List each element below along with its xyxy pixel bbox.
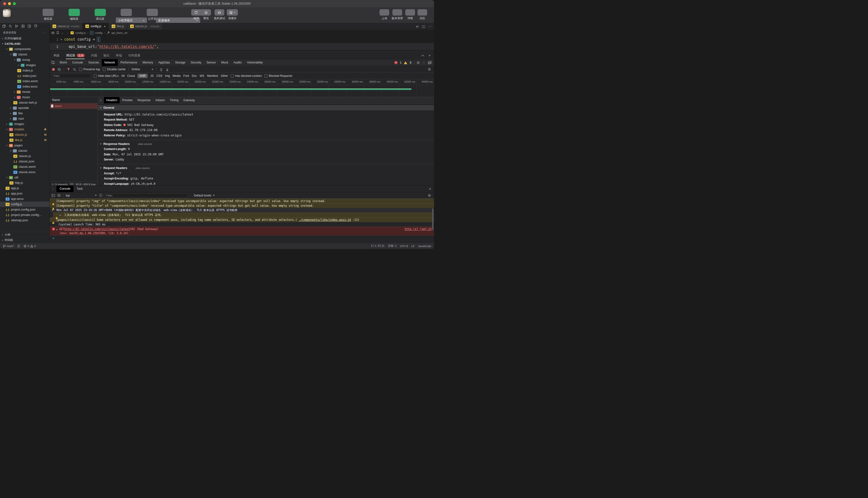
message-link[interactable]: ./components/like/index.wxss:14	[299, 218, 351, 222]
breadcrumb-symbol[interactable]: config	[95, 31, 103, 34]
kebab-menu-icon[interactable]: ⋮	[50, 187, 56, 191]
devtools-tab[interactable]: Performance	[118, 59, 140, 66]
devtools-tab[interactable]: Sensor	[204, 59, 219, 66]
editor-tab[interactable]: JS classic.js .../classic ×	[127, 23, 163, 30]
tree-item[interactable]: index.wxml	[0, 79, 49, 84]
toolbar-view-button[interactable]: 调试器	[87, 9, 113, 21]
tree-item[interactable]: classic	[0, 52, 49, 57]
import-har-icon[interactable]	[159, 68, 163, 71]
split-editor-icon[interactable]: ◫	[422, 25, 425, 28]
tree-item[interactable]: sitemap.json	[0, 218, 49, 223]
message-source-link[interactable]: http.js? [sm]:13	[400, 227, 431, 231]
close-panel-icon[interactable]: ×	[429, 53, 431, 57]
response-headers-section-header[interactable]: ▼ Response Headers view source	[98, 140, 434, 147]
dock-side-icon[interactable]	[428, 61, 431, 64]
record-network-icon[interactable]	[52, 68, 55, 71]
clear-network-icon[interactable]	[58, 68, 61, 71]
preserve-log-checkbox[interactable]: Preserve log	[79, 68, 100, 71]
devtools-tab[interactable]: Audits	[231, 59, 244, 66]
request-headers-section-header[interactable]: ▼ Request Headers view source	[98, 164, 434, 171]
toolbar-project-button[interactable]: 消息	[417, 9, 427, 20]
inspect-element-icon[interactable]	[50, 61, 57, 64]
tree-item[interactable]: http.js	[0, 180, 49, 185]
request-type-chip[interactable]: JS	[150, 74, 154, 78]
more-actions-icon[interactable]: ···	[42, 31, 47, 35]
blocked-requests-checkbox[interactable]: Blocked Requests	[264, 74, 293, 78]
tree-item[interactable]: app.json	[0, 191, 49, 196]
project-root[interactable]: CATBLAND	[0, 41, 49, 47]
settings-gear-icon[interactable]	[416, 61, 420, 64]
console-tab[interactable]: Task	[74, 185, 86, 192]
toolbar-view-button[interactable]: 编辑器	[61, 9, 87, 21]
tree-item[interactable]: models	[0, 127, 49, 132]
context-select[interactable]: top▼	[66, 194, 97, 197]
tree-item[interactable]: project.config.json	[0, 207, 49, 212]
request-type-chip[interactable]: Img	[165, 74, 170, 78]
status-bar-item[interactable]: 行 2, 列 21	[371, 244, 385, 248]
preview-button[interactable]: ◎	[201, 9, 211, 16]
name-column-header[interactable]: Name	[50, 97, 98, 103]
tree-item[interactable]: app.wxss	[0, 196, 49, 201]
expand-caret-icon[interactable]	[52, 209, 53, 212]
tree-item[interactable]: movie	[0, 89, 49, 95]
view-source-link[interactable]: view source	[138, 143, 152, 145]
toolbar-project-button[interactable]: 版本管理	[392, 9, 403, 20]
request-type-chip[interactable]: Manifest	[207, 74, 218, 78]
tree-item[interactable]: index.js	[0, 68, 49, 73]
view-source-link[interactable]: view source	[135, 167, 150, 170]
console-sidebar-icon[interactable]	[52, 194, 55, 197]
panel-tab[interactable]: 问题	[91, 52, 97, 59]
device-debug-button[interactable]: 真机调试	[214, 9, 225, 20]
live-expression-eye-icon[interactable]	[99, 194, 102, 197]
details-tab[interactable]: Initiator	[153, 97, 167, 103]
user-avatar[interactable]	[3, 9, 11, 17]
breadcrumb-file[interactable]: config.js	[75, 31, 86, 34]
tree-item[interactable]: components	[0, 47, 49, 52]
panel-tab[interactable]: 代码质量	[128, 52, 140, 59]
outline-section[interactable]: 大纲	[0, 232, 49, 237]
network-filter-input[interactable]	[52, 74, 91, 78]
export-har-icon[interactable]	[166, 68, 169, 71]
warning-count-icon[interactable]	[404, 61, 407, 64]
tree-item[interactable]: essay	[0, 57, 49, 63]
sync-icon[interactable]	[17, 245, 20, 248]
timeline-section[interactable]: 时间线	[0, 237, 49, 243]
toolbar-project-button[interactable]: 上传	[379, 9, 389, 20]
error-count-icon[interactable]: ×	[394, 61, 398, 64]
compile-button[interactable]	[191, 9, 201, 16]
request-row[interactable]: latest	[50, 103, 98, 109]
board-icon[interactable]	[22, 25, 25, 28]
devtools-tab[interactable]: Wxml	[57, 59, 69, 66]
tree-item[interactable]: images	[0, 63, 49, 68]
tree-item[interactable]: epsoide	[0, 105, 49, 110]
devtools-tab[interactable]: Security	[188, 59, 204, 66]
tree-item[interactable]: index.wxss	[0, 84, 49, 89]
git-branch-indicator[interactable]: main*	[3, 245, 14, 248]
tree-item[interactable]: classic.js M	[0, 132, 49, 137]
tree-item[interactable]: classic.wxss	[0, 170, 49, 175]
close-details-icon[interactable]: ×	[98, 99, 104, 102]
console-tab[interactable]: Console	[56, 185, 74, 192]
request-type-chip[interactable]: CSS	[156, 74, 163, 78]
panel-tab[interactable]: 终端	[116, 52, 122, 59]
tree-item[interactable]: index.json	[0, 73, 49, 79]
hide-data-urls-checkbox[interactable]: Hide data URLs	[94, 74, 119, 78]
tree-item[interactable]: classic.js	[0, 154, 49, 159]
network-timeline[interactable]: 2000 ms 4000 ms 6000 ms 8000 ms 10000 ms…	[50, 79, 434, 97]
expand-caret-icon[interactable]	[60, 214, 61, 217]
status-bar-item[interactable]: UTF-8	[400, 245, 408, 248]
switch-editor-icon[interactable]: ⇄	[416, 25, 419, 28]
disable-cache-checkbox[interactable]: Disable cache	[103, 68, 125, 71]
expand-caret-icon[interactable]	[56, 228, 58, 232]
tree-item[interactable]: app.js	[0, 185, 49, 191]
tree-item[interactable]: project.private.config...	[0, 212, 49, 218]
editor-tab[interactable]: JS like.js ×	[109, 23, 127, 30]
tree-item[interactable]: pages	[0, 143, 49, 148]
panel-tab[interactable]: 调试器 1, 9	[66, 52, 85, 59]
tree-item[interactable]: navi	[0, 116, 49, 121]
devtools-tab[interactable]: Network	[102, 59, 118, 66]
tree-item[interactable]: classic	[0, 148, 49, 154]
clear-console-icon[interactable]	[57, 194, 61, 197]
devtools-tab[interactable]: Storage	[172, 59, 188, 66]
open-editors-section[interactable]: 打开的编辑器	[0, 36, 49, 41]
